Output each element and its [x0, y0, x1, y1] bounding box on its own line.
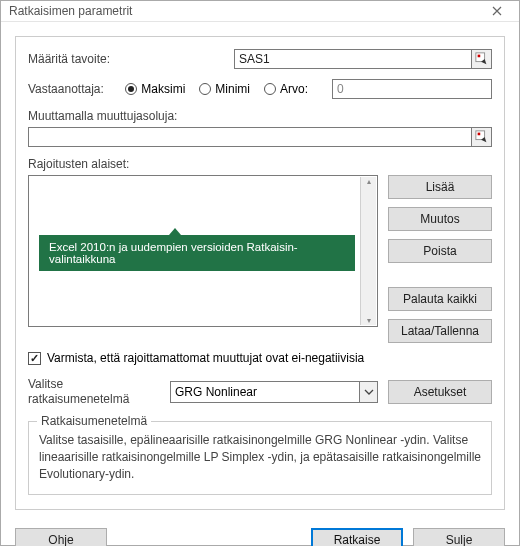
solving-method-label: Valitse ratkaisumenetelmä [28, 377, 160, 407]
close-button[interactable]: Sulje [413, 528, 505, 546]
objective-range-picker-icon[interactable] [472, 49, 492, 69]
constraints-listbox[interactable]: Excel 2010:n ja uudempien versioiden Rat… [28, 175, 378, 327]
method-description-group: Ratkaisumenetelmä Valitse tasaisille, ep… [28, 421, 492, 495]
nonnegative-checkbox[interactable] [28, 352, 41, 365]
method-description-legend: Ratkaisumenetelmä [37, 414, 151, 428]
solving-method-select[interactable]: GRG Nonlinear [170, 381, 378, 403]
constraints-label: Rajoitusten alaiset: [28, 157, 492, 171]
nonnegative-label: Varmista, että rajoittamattomat muuttuja… [47, 351, 364, 365]
radio-max[interactable]: Maksimi [125, 82, 185, 96]
svg-rect-3 [477, 133, 480, 136]
svg-rect-1 [477, 55, 480, 58]
radio-dot-icon [125, 83, 137, 95]
radio-value[interactable]: Arvo: [264, 82, 308, 96]
changing-cells-label: Muuttamalla muuttujasoluja: [28, 109, 492, 123]
load-save-button[interactable]: Lataa/Tallenna [388, 319, 492, 343]
close-icon[interactable] [483, 1, 511, 21]
changing-range-picker-icon[interactable] [472, 127, 492, 147]
value-of-input[interactable] [332, 79, 492, 99]
solver-parameters-dialog: Ratkaisimen parametrit Määritä tavoite: … [0, 0, 520, 546]
chevron-down-icon [359, 382, 377, 402]
radio-max-label: Maksimi [141, 82, 185, 96]
add-button[interactable]: Lisää [388, 175, 492, 199]
delete-button[interactable]: Poista [388, 239, 492, 263]
method-description-text: Valitse tasaisille, epälineaarisille rat… [39, 432, 481, 482]
change-button[interactable]: Muutos [388, 207, 492, 231]
objective-input[interactable] [234, 49, 472, 69]
tooltip: Excel 2010:n ja uudempien versioiden Rat… [39, 228, 355, 271]
window-title: Ratkaisimen parametrit [9, 4, 483, 18]
set-objective-label: Määritä tavoite: [28, 52, 228, 66]
reset-all-button[interactable]: Palauta kaikki [388, 287, 492, 311]
changing-cells-input[interactable] [28, 127, 472, 147]
help-button[interactable]: Ohje [15, 528, 107, 546]
scrollbar-vertical[interactable] [360, 177, 376, 325]
tooltip-text: Excel 2010:n ja uudempien versioiden Rat… [39, 235, 355, 271]
solve-button[interactable]: Ratkaise [311, 528, 403, 546]
solving-method-value: GRG Nonlinear [175, 385, 257, 399]
radio-dot-icon [199, 83, 211, 95]
titlebar: Ratkaisimen parametrit [1, 1, 519, 22]
radio-min-label: Minimi [215, 82, 250, 96]
radio-min[interactable]: Minimi [199, 82, 250, 96]
radio-dot-icon [264, 83, 276, 95]
radio-value-label: Arvo: [280, 82, 308, 96]
to-label: Vastaanottaja: [28, 82, 119, 96]
options-button[interactable]: Asetukset [388, 380, 492, 404]
